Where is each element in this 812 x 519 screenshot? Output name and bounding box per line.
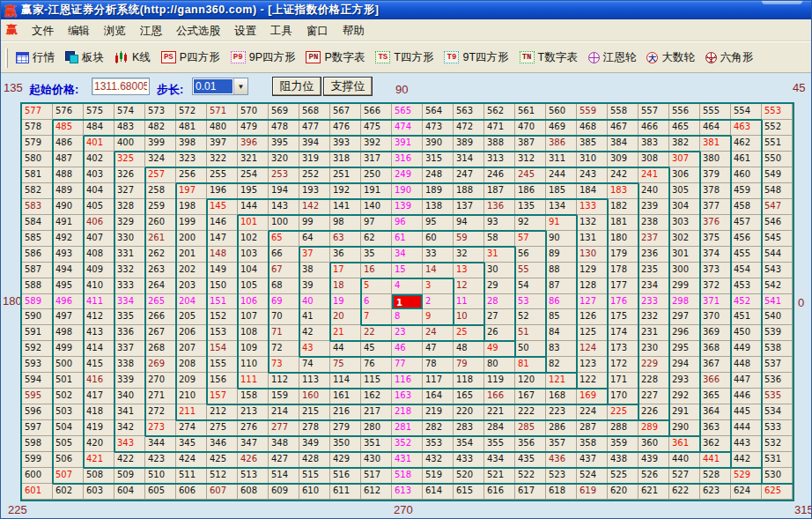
grid-cell-125[interactable]: 125 — [577, 325, 608, 341]
grid-cell-6[interactable]: 6 — [361, 294, 392, 310]
grid-cell-156[interactable]: 156 — [207, 373, 238, 389]
grid-cell-179[interactable]: 179 — [608, 247, 639, 263]
grid-cell-591[interactable]: 591 — [22, 325, 53, 341]
grid-cell-540[interactable]: 540 — [762, 309, 793, 325]
grid-cell-407[interactable]: 407 — [84, 231, 114, 247]
grid-cell-55[interactable]: 55 — [515, 263, 546, 278]
grid-cell-113[interactable]: 113 — [299, 373, 330, 389]
grid-cell-250[interactable]: 250 — [361, 167, 392, 183]
grid-cell-160[interactable]: 160 — [299, 389, 330, 404]
grid-cell-53[interactable]: 53 — [515, 294, 546, 310]
grid-cell-524[interactable]: 524 — [577, 468, 608, 484]
grid-cell-51[interactable]: 51 — [515, 325, 546, 341]
grid-cell-617[interactable]: 617 — [515, 484, 546, 500]
grid-cell-580[interactable]: 580 — [22, 152, 53, 167]
grid-cell-212[interactable]: 212 — [207, 404, 238, 420]
grid-cell-585[interactable]: 585 — [22, 231, 53, 247]
grid-cell-477[interactable]: 477 — [299, 120, 330, 136]
menu-item-8[interactable]: 窗口 — [299, 22, 336, 40]
grid-cell-292[interactable]: 292 — [669, 389, 700, 404]
grid-cell-453[interactable]: 453 — [731, 278, 762, 294]
grid-cell-34[interactable]: 34 — [392, 247, 423, 263]
grid-cell-270[interactable]: 270 — [145, 373, 176, 389]
grid-cell-281[interactable]: 281 — [392, 420, 423, 436]
grid-cell-233[interactable]: 233 — [639, 294, 669, 310]
grid-cell-599[interactable]: 599 — [22, 452, 53, 468]
resistance-button[interactable]: 阻力位 — [272, 77, 321, 96]
grid-cell-194[interactable]: 194 — [269, 183, 299, 199]
grid-cell-417[interactable]: 417 — [84, 389, 114, 404]
menu-item-3[interactable]: 浏览 — [97, 22, 133, 40]
grid-cell-369[interactable]: 369 — [700, 325, 731, 341]
grid-cell-361[interactable]: 361 — [669, 436, 700, 452]
grid-cell-541[interactable]: 541 — [762, 294, 793, 310]
grid-cell-370[interactable]: 370 — [700, 309, 731, 325]
grid-cell-458[interactable]: 458 — [731, 199, 762, 215]
grid-cell-26[interactable]: 26 — [484, 325, 515, 341]
grid-cell-297[interactable]: 297 — [669, 309, 700, 325]
grid-cell-285[interactable]: 285 — [515, 420, 546, 436]
grid-cell-404[interactable]: 404 — [84, 183, 114, 199]
grid-cell-608[interactable]: 608 — [238, 484, 269, 500]
grid-cell-41[interactable]: 41 — [299, 309, 330, 325]
grid-cell-338[interactable]: 338 — [114, 357, 145, 373]
grid-cell-90[interactable]: 90 — [546, 231, 577, 247]
grid-cell-202[interactable]: 202 — [176, 263, 207, 278]
grid-cell-522[interactable]: 522 — [515, 468, 546, 484]
grid-cell-521[interactable]: 521 — [484, 468, 515, 484]
grid-cell-235[interactable]: 235 — [639, 263, 669, 278]
grid-cell-353[interactable]: 353 — [423, 436, 454, 452]
grid-cell-436[interactable]: 436 — [546, 452, 577, 468]
grid-cell-366[interactable]: 366 — [700, 373, 731, 389]
toolbar-button-10[interactable]: 江恩轮 — [586, 48, 639, 68]
grid-cell-313[interactable]: 313 — [484, 152, 515, 167]
grid-cell-307[interactable]: 307 — [669, 152, 700, 167]
grid-cell-251[interactable]: 251 — [330, 167, 361, 183]
grid-cell-32[interactable]: 32 — [454, 247, 484, 263]
grid-cell-31[interactable]: 31 — [484, 247, 515, 263]
grid-cell-301[interactable]: 301 — [669, 247, 700, 263]
grid-cell-240[interactable]: 240 — [639, 183, 669, 199]
step-combobox[interactable]: 0.01 ▼ — [192, 78, 248, 95]
grid-cell-474[interactable]: 474 — [392, 120, 423, 136]
grid-cell-578[interactable]: 578 — [22, 120, 53, 136]
grid-cell-58[interactable]: 58 — [484, 231, 515, 247]
grid-cell-208[interactable]: 208 — [176, 357, 207, 373]
grid-cell-535[interactable]: 535 — [762, 389, 793, 404]
grid-cell-176[interactable]: 176 — [608, 294, 639, 310]
grid-cell-252[interactable]: 252 — [299, 167, 330, 183]
grid-cell-192[interactable]: 192 — [330, 183, 361, 199]
grid-cell-505[interactable]: 505 — [53, 436, 84, 452]
grid-cell-152[interactable]: 152 — [207, 309, 238, 325]
grid-cell-600[interactable]: 600 — [22, 468, 53, 484]
toolbar-grip[interactable] — [5, 48, 8, 68]
grid-cell-391[interactable]: 391 — [392, 136, 423, 152]
toolbar-button-4[interactable]: PSP四方形 — [159, 48, 223, 68]
grid-cell-468[interactable]: 468 — [577, 120, 608, 136]
grid-cell-102[interactable]: 102 — [238, 231, 269, 247]
grid-cell-512[interactable]: 512 — [207, 468, 238, 484]
grid-cell-278[interactable]: 278 — [299, 420, 330, 436]
grid-cell-290[interactable]: 290 — [669, 420, 700, 436]
grid-cell-471[interactable]: 471 — [484, 120, 515, 136]
grid-cell-533[interactable]: 533 — [762, 420, 793, 436]
grid-cell-339[interactable]: 339 — [114, 373, 145, 389]
grid-cell-279[interactable]: 279 — [330, 420, 361, 436]
grid-cell-380[interactable]: 380 — [700, 152, 731, 167]
grid-cell-515[interactable]: 515 — [299, 468, 330, 484]
grid-cell-473[interactable]: 473 — [423, 120, 454, 136]
grid-cell-493[interactable]: 493 — [53, 247, 84, 263]
grid-cell-620[interactable]: 620 — [608, 484, 639, 500]
grid-cell-62[interactable]: 62 — [361, 231, 392, 247]
grid-cell-274[interactable]: 274 — [176, 420, 207, 436]
grid-cell-116[interactable]: 116 — [392, 373, 423, 389]
grid-cell-283[interactable]: 283 — [454, 420, 484, 436]
grid-cell-86[interactable]: 86 — [546, 294, 577, 310]
grid-cell-562[interactable]: 562 — [484, 104, 515, 120]
grid-cell-593[interactable]: 593 — [22, 357, 53, 373]
grid-cell-326[interactable]: 326 — [114, 167, 145, 183]
grid-cell-109[interactable]: 109 — [238, 341, 269, 357]
grid-cell-362[interactable]: 362 — [700, 436, 731, 452]
grid-cell-61[interactable]: 61 — [392, 231, 423, 247]
grid-cell-130[interactable]: 130 — [577, 247, 608, 263]
